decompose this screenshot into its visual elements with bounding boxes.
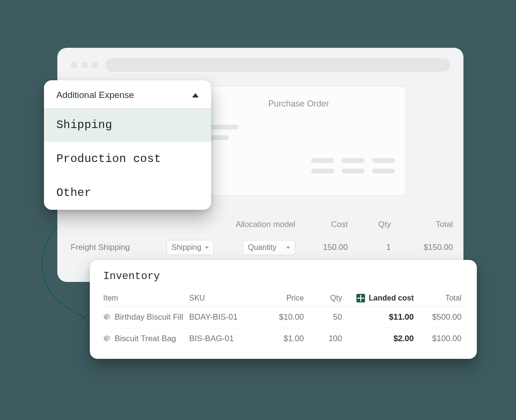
header-cost: Cost <box>295 220 348 229</box>
additional-expense-dropdown[interactable]: Additional Expense Shipping Production c… <box>44 80 211 210</box>
inventory-card: Inventory Item SKU Price Qty Landed cost… <box>90 260 477 359</box>
dropdown-option-production-cost[interactable]: Production cost <box>44 142 211 176</box>
window-dot <box>92 62 98 68</box>
item-price: $1.00 <box>256 334 304 344</box>
chevron-down-icon <box>205 247 209 249</box>
allocation-model-value: Quantity <box>248 243 277 252</box>
item-sku: BDAY-BIS-01 <box>189 312 256 322</box>
chevron-up-icon <box>192 93 199 97</box>
expense-row: Freight Shipping Shipping Quantity 150.0… <box>71 234 453 261</box>
header-qty: Qty <box>348 220 391 229</box>
purchase-order-card: Purchase Order <box>191 86 406 196</box>
expense-name: Freight Shipping <box>71 243 166 252</box>
expense-table: Allocation model Cost Qty Total Freight … <box>71 220 453 261</box>
item-landed-cost: $2.00 <box>342 334 414 344</box>
header-sku: SKU <box>189 294 256 302</box>
header-landed-cost: Landed cost <box>342 294 414 302</box>
url-bar[interactable] <box>105 58 450 72</box>
header-allocation: Allocation model <box>228 220 295 229</box>
expense-headers: Allocation model Cost Qty Total <box>71 220 453 234</box>
inventory-headers: Item SKU Price Qty Landed cost Total <box>103 290 463 307</box>
chevron-down-icon <box>286 247 290 249</box>
expense-type-select[interactable]: Shipping <box>166 240 214 255</box>
package-icon <box>103 313 111 321</box>
header-price: Price <box>256 294 304 302</box>
item-name: Birthday Biscuit Fill <box>103 312 189 322</box>
expense-cost: 150.00 <box>295 243 348 252</box>
item-qty: 50 <box>304 312 342 322</box>
inventory-row: Biscuit Treat Bag BIS-BAG-01 $1.00 100 $… <box>103 328 463 349</box>
expense-total: $150.00 <box>391 243 453 252</box>
window-dot <box>71 62 77 68</box>
expense-qty: 1 <box>348 243 391 252</box>
header-total: Total <box>391 220 453 229</box>
item-landed-cost: $11.00 <box>342 312 414 322</box>
item-name: Biscuit Treat Bag <box>103 334 189 344</box>
header-item: Item <box>103 294 189 302</box>
purchase-order-title: Purchase Order <box>205 99 392 109</box>
dropdown-option-other[interactable]: Other <box>44 176 211 210</box>
header-total: Total <box>414 294 462 302</box>
calculator-icon <box>356 294 365 302</box>
item-price: $10.00 <box>256 312 304 322</box>
inventory-title: Inventory <box>103 270 463 282</box>
dropdown-option-shipping[interactable]: Shipping <box>44 108 211 142</box>
header-qty: Qty <box>304 294 342 302</box>
expense-type-value: Shipping <box>172 243 201 252</box>
window-dot <box>81 62 88 68</box>
window-controls <box>71 62 98 68</box>
item-total: $500.00 <box>414 312 462 322</box>
inventory-row: Birthday Biscuit Fill BDAY-BIS-01 $10.00… <box>103 307 463 328</box>
package-icon <box>103 334 111 342</box>
browser-chrome <box>71 58 450 72</box>
item-sku: BIS-BAG-01 <box>189 334 256 344</box>
item-total: $100.00 <box>414 334 462 344</box>
dropdown-header[interactable]: Additional Expense <box>44 80 211 108</box>
dropdown-label: Additional Expense <box>56 90 134 100</box>
skeleton-cluster <box>311 158 395 179</box>
item-qty: 100 <box>304 334 342 344</box>
allocation-model-select[interactable]: Quantity <box>243 240 295 255</box>
